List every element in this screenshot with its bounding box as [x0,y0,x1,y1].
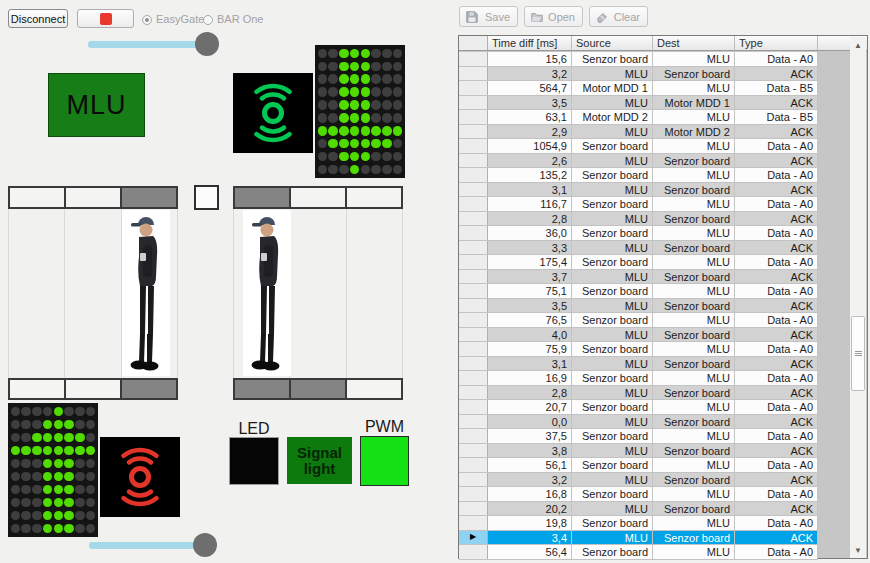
table-cell[interactable]: 3,2 [488,67,572,81]
table-cell[interactable]: 3,1 [488,183,572,197]
scroll-down-button[interactable]: ▼ [850,542,866,558]
table-cell[interactable]: Motor MDD 2 [572,110,653,124]
table-cell[interactable]: MLU [653,371,735,385]
bottom-slider-thumb[interactable] [193,533,217,557]
table-cell[interactable]: MLU [572,531,653,545]
table-cell[interactable]: Data - A0 [735,52,818,66]
row-header-cell[interactable] [459,154,488,168]
row-header-cell[interactable] [459,270,488,284]
table-cell[interactable]: 75,1 [488,284,572,298]
table-cell[interactable]: 63,1 [488,110,572,124]
scrollbar-thumb[interactable] [851,316,865,391]
table-cell[interactable]: Data - A0 [735,313,818,327]
table-row[interactable]: 20,2MLUSenzor boardACK [459,502,818,517]
table-cell[interactable]: MLU [572,299,653,313]
table-cell[interactable]: MLU [653,400,735,414]
radio-easygate[interactable] [142,15,152,25]
table-cell[interactable]: 3,1 [488,357,572,371]
table-row[interactable]: 16,9Senzor boardMLUData - A0 [459,371,818,386]
table-cell[interactable]: MLU [653,284,735,298]
table-cell[interactable]: MLU [653,313,735,327]
table-row[interactable]: 2,8MLUSenzor boardACK [459,212,818,227]
row-header-cell[interactable] [459,444,488,458]
table-cell[interactable]: MLU [653,110,735,124]
table-cell[interactable]: 2,6 [488,154,572,168]
table-row[interactable]: 15,6Senzor boardMLUData - A0 [459,52,818,67]
table-cell[interactable]: Data - A0 [735,487,818,501]
table-cell[interactable]: MLU [572,328,653,342]
table-row[interactable]: 3,3MLUSenzor boardACK [459,241,818,256]
table-cell[interactable]: Senzor board [653,473,735,487]
row-header-cell[interactable] [459,313,488,327]
table-row[interactable]: 3,8MLUSenzor boardACK [459,444,818,459]
table-cell[interactable]: MLU [572,357,653,371]
table-cell[interactable]: MLU [572,154,653,168]
row-header-cell[interactable] [459,168,488,182]
row-header-cell[interactable] [459,545,488,559]
table-row[interactable]: 3,5MLUSenzor boardACK [459,299,818,314]
table-cell[interactable]: ACK [735,299,818,313]
column-header-dest[interactable]: Dest [653,36,735,50]
table-row[interactable]: 19,8Senzor boardMLUData - A0 [459,516,818,531]
table-cell[interactable]: MLU [653,255,735,269]
table-cell[interactable]: 15,6 [488,52,572,66]
table-cell[interactable]: Data - A0 [735,197,818,211]
table-cell[interactable]: 2,9 [488,125,572,139]
table-cell[interactable]: Senzor board [572,371,653,385]
table-cell[interactable]: MLU [572,125,653,139]
table-cell[interactable]: 175,4 [488,255,572,269]
table-cell[interactable]: ACK [735,183,818,197]
table-cell[interactable]: Senzor board [572,284,653,298]
table-cell[interactable]: Data - A0 [735,429,818,443]
table-cell[interactable]: MLU [572,241,653,255]
table-cell[interactable]: ACK [735,357,818,371]
table-cell[interactable]: ACK [735,270,818,284]
table-cell[interactable]: 4,0 [488,328,572,342]
table-cell[interactable]: 56,4 [488,545,572,559]
table-cell[interactable]: MLU [653,139,735,153]
column-header-type[interactable]: Type [735,36,818,50]
row-header-cell[interactable] [459,110,488,124]
vertical-scrollbar[interactable]: ▲ ▼ [850,37,866,558]
table-cell[interactable]: Data - B5 [735,81,818,95]
table-cell[interactable]: Senzor board [653,154,735,168]
open-button[interactable]: Open [524,6,583,27]
table-cell[interactable]: 3,5 [488,96,572,110]
table-cell[interactable]: 16,8 [488,487,572,501]
table-cell[interactable]: ACK [735,444,818,458]
column-header-timediff[interactable]: Time diff [ms] [488,36,572,50]
table-cell[interactable]: MLU [572,212,653,226]
row-header-cell[interactable] [459,386,488,400]
row-header-cell[interactable] [459,371,488,385]
table-cell[interactable]: Senzor board [653,502,735,516]
table-cell[interactable]: 1054,9 [488,139,572,153]
table-row[interactable]: 37,5Senzor boardMLUData - A0 [459,429,818,444]
table-cell[interactable]: ACK [735,212,818,226]
table-cell[interactable]: 36,0 [488,226,572,240]
table-cell[interactable]: MLU [572,386,653,400]
save-button[interactable]: Save [459,6,518,27]
row-header-cell[interactable] [459,67,488,81]
table-row[interactable]: 3,2MLUSenzor boardACK [459,67,818,82]
table-cell[interactable]: Data - A0 [735,458,818,472]
table-row[interactable]: 3,5MLUMotor MDD 1ACK [459,96,818,111]
table-cell[interactable]: Senzor board [653,270,735,284]
table-cell[interactable]: ACK [735,96,818,110]
table-cell[interactable]: 2,8 [488,212,572,226]
table-row[interactable]: 0,0MLUSenzor boardACK [459,415,818,430]
table-cell[interactable]: MLU [653,168,735,182]
table-cell[interactable]: 3,3 [488,241,572,255]
table-cell[interactable]: ACK [735,386,818,400]
row-header-cell[interactable] [459,487,488,501]
table-cell[interactable]: Senzor board [653,531,735,545]
row-header-cell[interactable] [459,255,488,269]
row-header-cell[interactable] [459,299,488,313]
table-cell[interactable]: Data - A0 [735,342,818,356]
clear-button[interactable]: Clear [589,6,648,27]
table-cell[interactable]: MLU [572,270,653,284]
table-cell[interactable]: MLU [572,415,653,429]
row-header-cell[interactable] [459,516,488,530]
table-cell[interactable]: 16,9 [488,371,572,385]
table-row[interactable]: 3,2MLUSenzor boardACK [459,473,818,488]
table-cell[interactable]: Senzor board [572,313,653,327]
